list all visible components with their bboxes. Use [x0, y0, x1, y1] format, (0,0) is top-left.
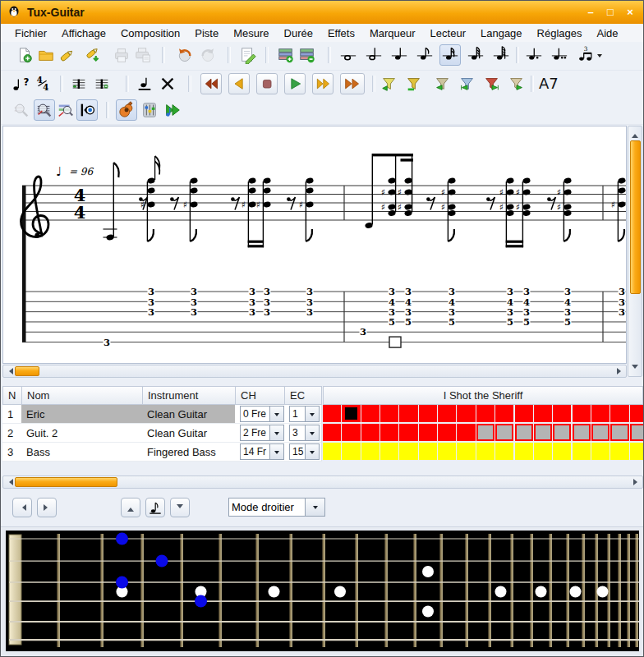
measure-block[interactable] — [630, 405, 644, 422]
measure-block[interactable] — [630, 443, 644, 460]
track-row-number[interactable]: 3 — [2, 443, 22, 462]
channel-dropdown-button[interactable] — [270, 443, 284, 460]
go-last-button[interactable] — [340, 73, 365, 94]
measure-block[interactable] — [534, 424, 552, 441]
double-dotted-note-button[interactable] — [549, 44, 570, 66]
menu-langage[interactable]: Langage — [473, 25, 530, 41]
scroll-right-icon[interactable] — [617, 368, 624, 374]
measure-block[interactable] — [515, 443, 533, 460]
track-row-instrument[interactable]: Fingered Bass — [142, 443, 236, 462]
measure-block[interactable] — [419, 424, 437, 441]
measure-block[interactable] — [495, 405, 513, 422]
measure-block[interactable] — [610, 405, 628, 422]
measure-block[interactable] — [342, 424, 360, 441]
show-fretboard-button[interactable] — [116, 99, 137, 121]
menu-aide[interactable]: Aide — [590, 25, 626, 41]
zoom-reset-button[interactable] — [34, 99, 55, 121]
channel-combo[interactable]: 2 Fre — [240, 425, 284, 441]
measure-block[interactable] — [553, 443, 571, 460]
previous-marker-button[interactable] — [457, 73, 478, 94]
track-row-name[interactable]: Guit. 2 — [21, 424, 143, 443]
track-row-number[interactable]: 1 — [2, 405, 22, 424]
maximize-button[interactable]: □ — [604, 6, 617, 19]
measure-block[interactable] — [591, 405, 610, 422]
duration-sixteenth-button[interactable] — [439, 44, 461, 66]
measure-block[interactable] — [553, 424, 571, 441]
measure-blocks-grid[interactable] — [323, 405, 644, 462]
measure-block[interactable] — [573, 424, 591, 441]
hand-mode-combo[interactable]: Mode droitier — [228, 498, 325, 517]
measure-block[interactable] — [630, 424, 644, 441]
measure-block[interactable] — [323, 443, 341, 460]
measure-block[interactable] — [457, 405, 475, 422]
measure-block[interactable] — [573, 405, 591, 422]
menu-fichier[interactable]: Fichier — [7, 25, 54, 41]
add-marker-button[interactable] — [379, 73, 400, 94]
zoom-in-button[interactable] — [55, 99, 76, 121]
track-row-instrument[interactable]: Clean Guitar — [142, 405, 236, 424]
measure-block[interactable] — [438, 443, 456, 460]
measure-block[interactable] — [476, 405, 494, 422]
song-properties-button[interactable] — [237, 44, 259, 66]
last-marker-button[interactable] — [506, 73, 527, 94]
column-header-ch[interactable]: CH — [235, 386, 285, 405]
measure-block[interactable] — [495, 424, 513, 441]
measure-block[interactable] — [323, 424, 341, 441]
effect-channel-combo[interactable]: 3 — [289, 425, 320, 441]
scroll-down-icon[interactable] — [632, 365, 638, 372]
measure-block[interactable] — [476, 443, 494, 460]
measure-block[interactable] — [399, 443, 417, 460]
title-bar[interactable]: Tux-Guitar – □ × — [1, 1, 643, 24]
note-properties-button[interactable]: ? — [9, 73, 30, 94]
measure-block[interactable] — [342, 405, 360, 422]
measure-block[interactable] — [515, 424, 533, 441]
measure-block[interactable] — [399, 424, 417, 441]
measure-block[interactable] — [534, 405, 552, 422]
effect-dropdown-button[interactable] — [306, 406, 320, 422]
go-previous-button[interactable] — [228, 73, 250, 94]
column-header-instrument[interactable]: Instrument — [142, 386, 236, 405]
score-vertical-scrollbar[interactable] — [628, 126, 642, 377]
tuplet-button[interactable]: 3 — [574, 44, 604, 66]
effect-channel-combo[interactable]: 15 — [289, 443, 320, 460]
save-as-button[interactable] — [83, 44, 104, 66]
remove-beat-button[interactable] — [157, 73, 178, 94]
fretboard-scroll-left-button[interactable] — [12, 498, 32, 517]
measure-block[interactable] — [534, 443, 552, 460]
duration-whole-button[interactable] — [338, 44, 359, 66]
track-row-name[interactable]: Bass — [21, 443, 143, 462]
measure-block[interactable] — [419, 405, 437, 422]
scroll-left-icon[interactable] — [6, 368, 13, 374]
measure-block[interactable] — [553, 405, 571, 422]
play-button[interactable] — [284, 73, 306, 94]
measure-block[interactable] — [495, 443, 513, 460]
tracks-hscroll-thumb[interactable] — [15, 477, 117, 487]
score-vscroll-thumb[interactable] — [630, 140, 641, 294]
score-horizontal-scrollbar[interactable] — [2, 365, 627, 378]
column-header-ec[interactable]: EC — [284, 386, 322, 405]
string-up-button[interactable] — [121, 498, 140, 517]
score-editor[interactable]: ♩= 9644♯♯♯♯♯♯♯♯♯♯♯♯♯♯♯♯♯♯333333333333333… — [2, 126, 627, 364]
measure-block[interactable] — [323, 405, 341, 422]
add-track-button[interactable] — [275, 44, 297, 66]
measure-block[interactable] — [591, 424, 610, 441]
measure-block[interactable] — [361, 443, 380, 460]
duration-half-button[interactable] — [363, 44, 384, 66]
effect-dropdown-button[interactable] — [306, 443, 320, 460]
fretboard-scroll-right-button[interactable] — [37, 498, 57, 517]
measure-block[interactable] — [515, 405, 533, 422]
measure-block[interactable] — [361, 424, 380, 441]
measure-block[interactable] — [610, 443, 628, 460]
measure-block[interactable] — [419, 443, 437, 460]
time-signature-button[interactable]: 44 — [32, 73, 53, 94]
song-title-header[interactable]: I Shot the Sheriff — [323, 386, 643, 405]
duration-thirtysecond-button[interactable] — [465, 44, 486, 66]
duration-eighth-button[interactable] — [414, 44, 435, 66]
duration-quarter-button[interactable] — [389, 44, 410, 66]
dotted-note-button[interactable] — [523, 44, 545, 66]
track-row-instrument[interactable]: Clean Guitar — [142, 424, 236, 443]
column-header-nom[interactable]: Nom — [21, 386, 143, 405]
measure-block[interactable] — [380, 443, 398, 460]
undo-button[interactable] — [173, 44, 195, 66]
duration-sixtyfourth-button[interactable] — [490, 44, 512, 66]
